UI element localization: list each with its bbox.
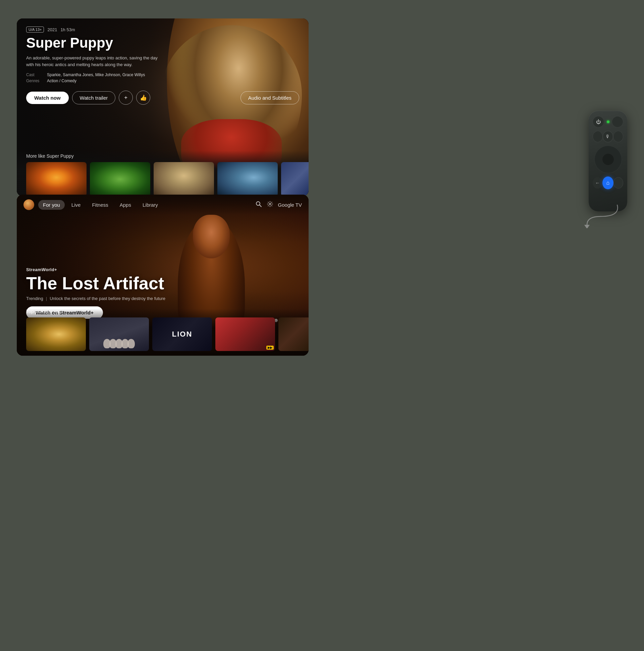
pick-partial bbox=[279, 317, 309, 351]
home-button[interactable]: ⌂ bbox=[603, 177, 613, 189]
more-like-section: More like Super Puppy bbox=[17, 151, 309, 196]
search-icon bbox=[255, 202, 262, 209]
gear-icon bbox=[267, 202, 273, 209]
nav-item-apps[interactable]: Apps bbox=[115, 200, 136, 210]
mic-icon: 🎙 bbox=[605, 134, 610, 139]
movie-title: Super Puppy bbox=[26, 35, 299, 51]
dpad[interactable] bbox=[594, 146, 622, 173]
like-button[interactable]: 👍 bbox=[136, 91, 150, 105]
remote-bottom-row: ← ⌂ bbox=[593, 177, 623, 189]
meta-row: U/A 13+ 2021 1h 53m bbox=[26, 27, 299, 33]
thumbnail-traveler[interactable] bbox=[154, 162, 214, 196]
streaming-brand: StreamWorld+ bbox=[26, 267, 299, 272]
pick-desert[interactable] bbox=[26, 317, 86, 351]
remote-arrow bbox=[580, 202, 624, 228]
faces-silhouette bbox=[104, 339, 134, 348]
nav-item-fitness[interactable]: Fitness bbox=[87, 200, 113, 210]
sports-badge: ▶▶ bbox=[266, 346, 274, 350]
genres-label: Genres bbox=[26, 79, 43, 83]
top-picks-title: Top picks for you bbox=[26, 309, 299, 314]
nav-right: Google TV bbox=[255, 201, 302, 209]
top-picks-section: Top picks for you LION bbox=[17, 309, 309, 356]
thumbnails-row bbox=[26, 162, 299, 196]
remote-control: ⏻ 🎙 ← ⌂ bbox=[589, 111, 627, 211]
lion-label: LION bbox=[172, 330, 193, 339]
pick-faces[interactable] bbox=[89, 317, 149, 351]
genres-value: Action / Comedy bbox=[47, 79, 76, 83]
power-button[interactable]: ⏻ bbox=[593, 116, 604, 127]
back-icon: ← bbox=[595, 180, 600, 186]
movie-description: An adorable, super-powered puppy leaps i… bbox=[26, 55, 160, 68]
nav-item-live[interactable]: Live bbox=[67, 200, 86, 210]
thumbnail-tiger[interactable] bbox=[26, 162, 87, 196]
pick-lion[interactable]: LION bbox=[152, 317, 212, 351]
screen2-google-tv: For you Live Fitness Apps Library bbox=[17, 195, 309, 356]
remote-led-indicator bbox=[607, 121, 609, 123]
remote-top-row: ⏻ bbox=[593, 116, 623, 127]
power-icon: ⏻ bbox=[596, 119, 601, 124]
svg-point-1 bbox=[256, 202, 260, 205]
thumbnail-partial bbox=[281, 162, 309, 196]
audio-subtitles-button[interactable]: Audio and Subtitles bbox=[240, 91, 299, 104]
buttons-row: Watch now Watch trailer + 👍 Audio and Su… bbox=[26, 91, 299, 105]
watch-now-button[interactable]: Watch now bbox=[26, 92, 69, 104]
settings-button[interactable] bbox=[267, 201, 273, 209]
rating-badge: U/A 13+ bbox=[26, 27, 44, 33]
meta-divider: | bbox=[46, 296, 47, 301]
year: 2021 bbox=[47, 27, 57, 32]
remote-right-button[interactable] bbox=[613, 131, 623, 142]
navigation-bar: For you Live Fitness Apps Library bbox=[17, 195, 309, 215]
nav-item-for-you[interactable]: For you bbox=[38, 200, 65, 210]
cast-value: Sparkie, Samantha Jones, Mike Johnson, G… bbox=[47, 72, 145, 77]
svg-line-2 bbox=[260, 205, 261, 207]
google-tv-brand: Google TV bbox=[278, 202, 302, 208]
like-icon: 👍 bbox=[140, 94, 147, 101]
hero-meta: Trending | Unlock the secrets of the pas… bbox=[26, 296, 299, 301]
user-avatar[interactable] bbox=[24, 199, 34, 210]
svg-point-3 bbox=[269, 203, 271, 205]
dpad-center[interactable] bbox=[602, 153, 614, 165]
screen1-super-puppy: U/A 13+ 2021 1h 53m Super Puppy An adora… bbox=[17, 19, 309, 196]
remote-middle-row: 🎙 bbox=[593, 131, 623, 142]
mic-button[interactable]: 🎙 bbox=[603, 131, 613, 142]
remote-left-button[interactable] bbox=[593, 131, 603, 142]
nav-item-library[interactable]: Library bbox=[138, 200, 163, 210]
hero-title: The Lost Artifact bbox=[26, 274, 299, 292]
thumbnail-birds[interactable] bbox=[217, 162, 278, 196]
cast-label: Cast bbox=[26, 72, 43, 77]
character-face bbox=[193, 215, 230, 258]
thumbnail-creature[interactable] bbox=[90, 162, 150, 196]
watch-trailer-button[interactable]: Watch trailer bbox=[72, 91, 116, 104]
add-button[interactable]: + bbox=[119, 91, 133, 105]
pick-sports[interactable]: ▶▶ bbox=[215, 317, 275, 351]
remote-extra-button[interactable] bbox=[613, 177, 623, 189]
hero-tagline: Unlock the secrets of the past before th… bbox=[50, 296, 165, 301]
duration: 1h 53m bbox=[60, 27, 75, 32]
back-button[interactable]: ← bbox=[593, 177, 603, 189]
home-icon: ⌂ bbox=[606, 180, 610, 186]
picks-row: LION ▶▶ bbox=[26, 317, 299, 351]
cast-row: Cast Sparkie, Samantha Jones, Mike Johns… bbox=[26, 72, 299, 77]
more-like-title: More like Super Puppy bbox=[26, 151, 299, 159]
search-button[interactable] bbox=[255, 201, 262, 209]
svg-marker-0 bbox=[584, 225, 590, 228]
genre-row: Genres Action / Comedy bbox=[26, 79, 299, 83]
remote-top-right-button[interactable] bbox=[612, 116, 623, 127]
face-5 bbox=[127, 339, 135, 348]
trending-label: Trending bbox=[26, 296, 43, 301]
